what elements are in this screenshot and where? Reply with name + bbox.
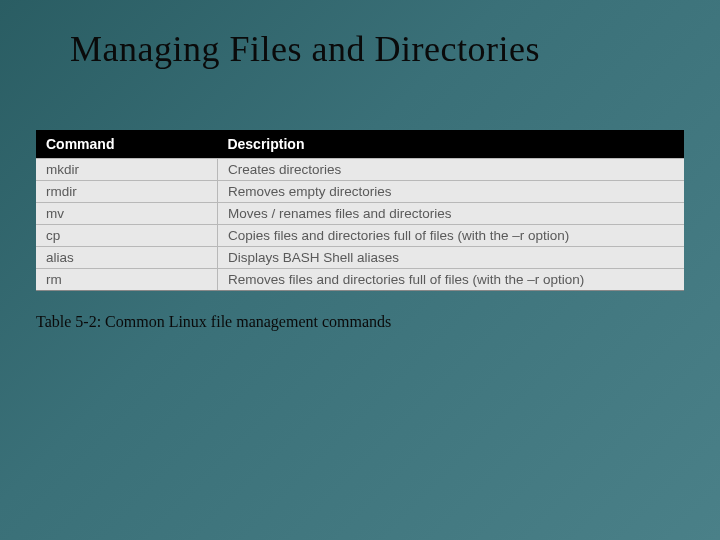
table-row: mkdir Creates directories xyxy=(36,159,684,181)
table-row: cp Copies files and directories full of … xyxy=(36,225,684,247)
table-caption: Table 5-2: Common Linux file management … xyxy=(36,313,720,331)
cell-description: Removes empty directories xyxy=(217,181,684,203)
cell-description: Removes files and directories full of fi… xyxy=(217,269,684,291)
table-row: mv Moves / renames files and directories xyxy=(36,203,684,225)
cell-description: Creates directories xyxy=(217,159,684,181)
table-header-row: Command Description xyxy=(36,130,684,159)
cell-command: cp xyxy=(36,225,217,247)
cell-command: mv xyxy=(36,203,217,225)
cell-command: rmdir xyxy=(36,181,217,203)
commands-table: Command Description mkdir Creates direct… xyxy=(36,130,684,291)
cell-description: Displays BASH Shell aliases xyxy=(217,247,684,269)
cell-command: rm xyxy=(36,269,217,291)
slide-title: Managing Files and Directories xyxy=(0,0,720,70)
header-description: Description xyxy=(217,130,684,159)
table-row: alias Displays BASH Shell aliases xyxy=(36,247,684,269)
table-row: rm Removes files and directories full of… xyxy=(36,269,684,291)
commands-table-wrap: Command Description mkdir Creates direct… xyxy=(36,130,684,291)
header-command: Command xyxy=(36,130,217,159)
cell-description: Copies files and directories full of fil… xyxy=(217,225,684,247)
cell-command: mkdir xyxy=(36,159,217,181)
cell-command: alias xyxy=(36,247,217,269)
table-row: rmdir Removes empty directories xyxy=(36,181,684,203)
cell-description: Moves / renames files and directories xyxy=(217,203,684,225)
